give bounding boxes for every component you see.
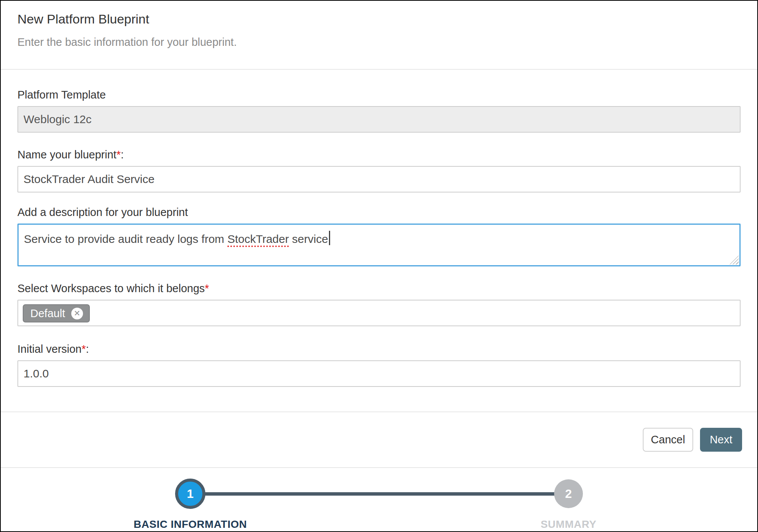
step-2-circle[interactable]: 2 bbox=[554, 479, 583, 508]
required-asterisk: * bbox=[205, 282, 209, 294]
description-text-after: service bbox=[289, 233, 328, 245]
workspaces-multiselect[interactable]: Default ✕ bbox=[17, 300, 741, 326]
required-asterisk: * bbox=[116, 149, 121, 161]
platform-template-label: Platform Template bbox=[17, 88, 741, 102]
workspace-tag-default: Default ✕ bbox=[23, 304, 90, 322]
wizard-step-summary: 2 SUMMARY bbox=[485, 468, 652, 530]
workspaces-label: Select Workspaces to which it belongs* bbox=[17, 282, 741, 295]
text-caret bbox=[329, 231, 330, 245]
blueprint-name-input[interactable] bbox=[17, 166, 741, 192]
initial-version-label: Initial version*: bbox=[17, 342, 741, 356]
step-1-circle[interactable]: 1 bbox=[175, 479, 205, 509]
cancel-button[interactable]: Cancel bbox=[643, 428, 693, 452]
workspace-tag-label: Default bbox=[30, 307, 65, 320]
description-textarea[interactable]: Service to provide audit ready logs from… bbox=[17, 224, 741, 266]
new-platform-blueprint-dialog: New Platform Blueprint Enter the basic i… bbox=[0, 0, 758, 532]
remove-tag-icon[interactable]: ✕ bbox=[71, 308, 83, 319]
dialog-footer: Cancel Next bbox=[1, 412, 757, 467]
blueprint-name-label: Name your blueprint*: bbox=[17, 148, 741, 161]
step-2-label: SUMMARY bbox=[485, 518, 652, 530]
description-field-wrap: Service to provide audit ready logs from… bbox=[17, 224, 741, 266]
description-misspelled-word: StockTrader bbox=[227, 233, 289, 247]
step-1-label: BASIC INFORMATION bbox=[107, 518, 274, 530]
blueprint-form: Platform Template Name your blueprint*: … bbox=[1, 70, 757, 387]
dialog-header: New Platform Blueprint Enter the basic i… bbox=[1, 1, 757, 70]
next-button[interactable]: Next bbox=[700, 428, 742, 452]
page-title: New Platform Blueprint bbox=[17, 11, 741, 27]
description-text-before: Service to provide audit ready logs from bbox=[24, 233, 227, 245]
page-subtitle: Enter the basic information for your blu… bbox=[17, 35, 741, 49]
wizard-step-basic-information: 1 BASIC INFORMATION bbox=[107, 468, 274, 530]
description-label: Add a description for your blueprint bbox=[17, 205, 741, 219]
initial-version-input[interactable] bbox=[17, 360, 741, 387]
required-asterisk: * bbox=[81, 343, 86, 355]
platform-template-input bbox=[17, 106, 741, 133]
wizard-steps-bar: 1 BASIC INFORMATION 2 SUMMARY bbox=[1, 467, 757, 532]
